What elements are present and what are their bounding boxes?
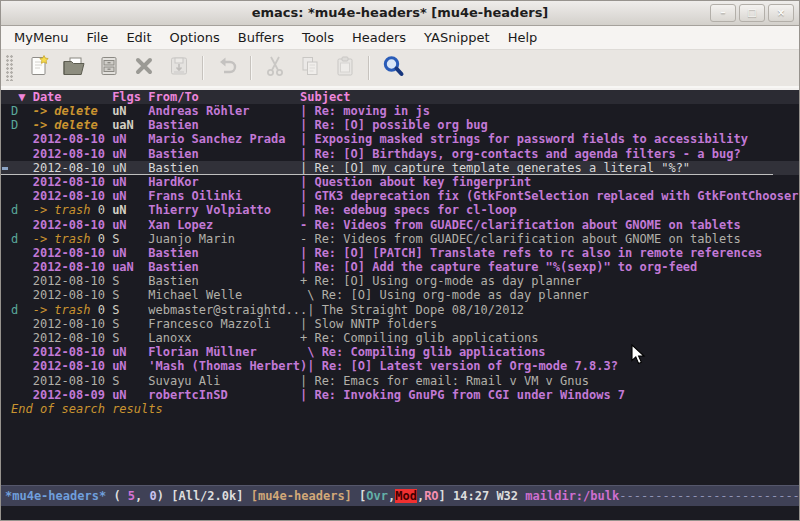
title-bar[interactable]: emacs: *mu4e-headers* [mu4e-headers] –□× (1, 1, 799, 26)
from-column: Michael Welle (148, 288, 300, 302)
message-row[interactable]: 2012-08-10uaNBastien| Re: [O] Add the ca… (1, 260, 799, 274)
cut-button (260, 54, 289, 83)
message-row[interactable]: d -> trash 0SJuanjo Marin- Re: Videos fr… (1, 232, 799, 246)
from-column: Bastien (148, 246, 300, 260)
date-column: 2012-08-10 (25, 218, 112, 232)
flags-column: uN (112, 388, 148, 402)
subject-column: | Re: [O] my capture template generates … (300, 161, 690, 175)
mark-column: d (11, 232, 25, 246)
from-column: Frans Oilinki (148, 189, 300, 203)
message-row[interactable]: 2012-08-10uNXan Lopez- Re: Videos from G… (1, 218, 799, 232)
message-row[interactable]: 2012-08-10SBastien+ Re: [O] Using org-mo… (1, 274, 799, 288)
message-row[interactable]: 2012-08-10uN'Mash (Thomas Herbert)| Re: … (1, 359, 799, 373)
headers-column-header[interactable]: ▼ Date Flgs From/To Subject (1, 90, 799, 104)
message-row[interactable]: 2012-08-10uNBastien| Re: [O] my capture … (1, 161, 799, 175)
message-row[interactable]: 2012-08-10uNBastien| Re: [O] Birthdays, … (1, 147, 799, 161)
from-column: webmaster@straightd... (148, 303, 307, 317)
new-file-icon (27, 54, 51, 82)
date-column: -> delete (25, 104, 112, 118)
menu-item-help[interactable]: Help (499, 27, 547, 48)
message-row[interactable]: 2012-08-10uNHardKor| Question about key … (1, 175, 799, 189)
mark-column (11, 189, 25, 203)
message-row[interactable]: d -> trash 0Swebmaster@straightd...| The… (1, 303, 799, 317)
subject-column: | GTK3 deprecation fix (GtkFontSelection… (300, 189, 799, 203)
menu-item-tools[interactable]: Tools (293, 27, 343, 48)
date-column: -> delete (25, 118, 112, 132)
mark-column (11, 388, 25, 402)
mark-column (11, 175, 25, 189)
kill-buffer-button[interactable] (129, 54, 158, 83)
message-row[interactable]: 2012-08-10SFrancesco Mazzoli| Slow NNTP … (1, 317, 799, 331)
subject-column: \ Re: Compiling glib applications (300, 345, 546, 359)
flags-column: uN (112, 345, 148, 359)
from-column: Florian Müllner (148, 345, 300, 359)
date-text: -> delete (25, 104, 97, 118)
mu4e-headers-buffer[interactable]: ▼ Date Flgs From/To Subject D -> deleteu… (1, 88, 799, 520)
minimize-button[interactable]: – (710, 4, 736, 22)
menu-item-file[interactable]: File (78, 27, 118, 48)
paste-button (330, 54, 359, 83)
date-text: 2012-08-10 (25, 374, 104, 388)
date-column: 2012-08-10 (25, 359, 112, 373)
message-row[interactable]: 2012-08-09uNrobertcInSD| Re: Invoking Gn… (1, 388, 799, 402)
from-column: Thierry Volpiatto (148, 203, 300, 217)
date-suffix: 0 (90, 232, 104, 246)
flags-column: uN (112, 189, 148, 203)
date-text: 2012-08-10 (25, 359, 104, 373)
message-row[interactable]: 2012-08-10uNMario Sanchez Prada| Exposin… (1, 132, 799, 146)
message-row[interactable]: 2012-08-10SMichael Welle \ Re: [O] Using… (1, 288, 799, 302)
message-row[interactable]: d -> trash 0uNThierry Volpiatto| Re: ede… (1, 203, 799, 217)
message-row[interactable]: 2012-08-10uNFlorian Müllner \ Re: Compil… (1, 345, 799, 359)
mark-column: d (11, 303, 25, 317)
modeline-segment-tan: [mu4e-headers] (251, 489, 352, 503)
open-file-icon (62, 54, 86, 82)
menu-item-options[interactable]: Options (161, 27, 229, 48)
subject-column: + Re: [O] Using org-mode as day planner (300, 274, 582, 288)
new-file-button[interactable] (24, 54, 53, 83)
message-list: D -> deleteuNAndreas Röhler| Re: moving … (1, 104, 799, 402)
date-column: 2012-08-10 (25, 260, 112, 274)
date-column: 2012-08-10 (25, 374, 112, 388)
menu-item-edit[interactable]: Edit (117, 27, 160, 48)
search-button[interactable] (378, 54, 407, 83)
open-file-button[interactable] (59, 54, 88, 83)
message-row[interactable]: 2012-08-10SSuvayu Ali| Re: Emacs for ema… (1, 374, 799, 388)
kill-buffer-icon (132, 54, 156, 82)
from-column: robertcInSD (148, 388, 300, 402)
subject-column: | Re: edebug specs for cl-loop (300, 203, 517, 217)
dired-button[interactable] (94, 54, 123, 83)
modeline-segment-w: ( (106, 489, 128, 503)
subject-column: - Re: Videos from GUADEC/clarification a… (300, 218, 741, 232)
flags-column: uN (112, 218, 148, 232)
subject-column: | The Straight Dope 08/10/2012 (307, 303, 524, 317)
echo-area[interactable] (1, 506, 799, 520)
menu-item-headers[interactable]: Headers (343, 27, 415, 48)
menu-item-buffers[interactable]: Buffers (229, 27, 293, 48)
message-row[interactable]: D -> deleteuaNBastien| Re: [O] possible … (1, 118, 799, 132)
date-column: -> trash 0 (25, 203, 112, 217)
mark-column: D (11, 104, 25, 118)
message-row[interactable]: 2012-08-10uNFrans Oilinki| GTK3 deprecat… (1, 189, 799, 203)
close-button[interactable]: × (768, 4, 794, 22)
message-row[interactable]: D -> deleteuNAndreas Röhler| Re: moving … (1, 104, 799, 118)
date-text: 2012-08-10 (25, 317, 104, 331)
subject-column: | Re: Invoking GnuPG from CGI under Wind… (300, 388, 625, 402)
date-column: 2012-08-10 (25, 147, 112, 161)
menu-item-yasnippet[interactable]: YASnippet (415, 27, 499, 48)
subject-column: | Slow NNTP folders (300, 317, 437, 331)
subject-column: | Re: [O] Add the capture feature "%(sex… (300, 260, 697, 274)
modeline-segment-dash: ---------------------------------- (619, 489, 799, 503)
flags-column: S (112, 374, 148, 388)
from-column: Bastien (148, 147, 300, 161)
mark-column (11, 359, 25, 373)
maximize-button[interactable]: □ (739, 4, 765, 22)
date-suffix: 0 (90, 303, 104, 317)
modeline-segment-w: , (135, 489, 149, 503)
message-row[interactable]: 2012-08-10uNBastien| Re: [O] [PATCH] Tra… (1, 246, 799, 260)
menu-bar: MyMenuFileEditOptionsBuffersToolsHeaders… (1, 26, 799, 50)
toolbar-drag-handle-icon[interactable] (6, 55, 14, 81)
from-column: Andreas Röhler (148, 104, 300, 118)
from-column: Xan Lopez (148, 218, 300, 232)
message-row[interactable]: 2012-08-10SLanoxx+ Re: Compiling glib ap… (1, 331, 799, 345)
menu-item-mymenu[interactable]: MyMenu (5, 27, 78, 48)
